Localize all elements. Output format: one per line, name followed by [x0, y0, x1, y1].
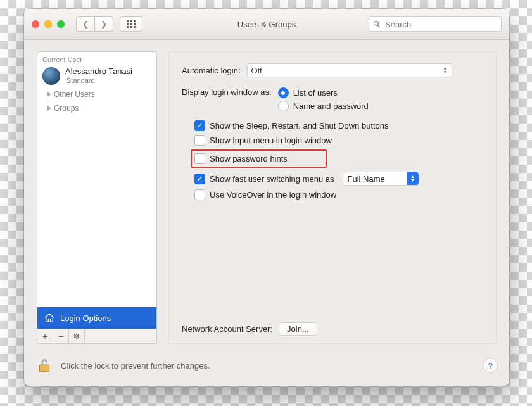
help-button[interactable]: ?: [483, 358, 498, 373]
highlight-annotation: Show password hints: [191, 149, 327, 168]
checkbox-icon: [194, 135, 205, 146]
sidebar-item-groups[interactable]: Groups: [37, 101, 156, 115]
svg-rect-2: [134, 20, 136, 22]
stepper-icon: ▲▼: [443, 67, 448, 74]
current-user-row[interactable]: Alessandro Tanasi Standard: [37, 65, 156, 87]
automatic-login-select[interactable]: Off ▲▼: [247, 63, 452, 77]
sidebar-item-label: Login Options: [60, 314, 111, 323]
remove-user-button[interactable]: −: [53, 329, 69, 343]
automatic-login-label: Automatic login:: [182, 66, 241, 75]
avatar: [42, 67, 60, 85]
svg-rect-5: [134, 23, 136, 25]
sidebar-item-login-options[interactable]: Login Options: [37, 307, 156, 329]
zoom-window[interactable]: [57, 20, 65, 28]
close-window[interactable]: [32, 20, 39, 28]
search-icon: [373, 20, 381, 28]
select-value: Off: [251, 66, 262, 75]
svg-rect-8: [134, 26, 136, 28]
forward-button[interactable]: ❯: [95, 16, 113, 32]
user-full-name: Alessandro Tanasi: [65, 67, 132, 77]
checkbox-icon: [194, 120, 205, 131]
radio-list-of-users[interactable]: List of users: [278, 87, 369, 98]
window-footer: Click the lock to prevent further change…: [24, 350, 509, 386]
select-value: Full Name: [348, 174, 385, 184]
lock-message: Click the lock to prevent further change…: [61, 361, 210, 371]
preferences-window: ❮ ❯ Users & Groups Current User: [24, 9, 509, 386]
radio-label: List of users: [293, 88, 338, 98]
checkbox-sleep-restart[interactable]: Show the Sleep, Restart, and Shut Down b…: [194, 120, 483, 131]
svg-rect-4: [130, 23, 132, 25]
stepper-icon: ▲▼: [407, 172, 419, 185]
checkbox-label: Show the Sleep, Restart, and Shut Down b…: [210, 121, 389, 130]
fast-switch-select[interactable]: Full Name ▲▼: [343, 172, 419, 186]
svg-rect-7: [130, 26, 132, 28]
sidebar-header-current: Current User: [37, 52, 156, 65]
network-server-label: Network Account Server:: [182, 324, 272, 334]
radio-icon: [278, 87, 289, 98]
checkbox-fast-user-switching[interactable]: Show fast user switching menu as Full Na…: [194, 172, 483, 186]
user-actions-button[interactable]: ✻: [69, 329, 85, 343]
checkbox-label: Use VoiceOver in the login window: [210, 190, 336, 200]
window-controls: [32, 20, 65, 28]
search-field[interactable]: [369, 16, 502, 32]
checkbox-input-menu[interactable]: Show Input menu in login window: [194, 135, 483, 146]
lock-open-icon: [36, 357, 53, 374]
checkbox-icon: [194, 174, 205, 184]
search-input[interactable]: [384, 19, 497, 30]
back-button[interactable]: ❮: [76, 16, 95, 32]
join-button[interactable]: Join...: [279, 322, 317, 336]
checkbox-icon: [194, 153, 205, 164]
add-user-button[interactable]: +: [37, 329, 53, 343]
radio-name-password[interactable]: Name and password: [278, 101, 369, 111]
checkbox-label: Show password hints: [210, 154, 288, 163]
svg-rect-1: [130, 20, 132, 22]
sidebar-item-label: Other Users: [54, 90, 95, 99]
sidebar-toolbar: + − ✻: [37, 329, 156, 343]
checkbox-label: Show fast user switching menu as: [210, 174, 334, 184]
grid-icon: [127, 20, 136, 28]
checkbox-label: Show Input menu in login window: [210, 136, 332, 145]
sidebar-item-label: Groups: [54, 104, 79, 113]
checkbox-icon: [194, 189, 205, 200]
nav-buttons: ❮ ❯: [76, 16, 113, 32]
titlebar: ❮ ❯ Users & Groups: [24, 9, 509, 40]
chevron-right-icon: [48, 92, 51, 97]
user-role: Standard: [65, 77, 132, 85]
radio-icon: [278, 101, 289, 111]
checkbox-voiceover[interactable]: Use VoiceOver in the login window: [194, 189, 483, 200]
window-body: Current User Alessandro Tanasi Standard …: [24, 40, 509, 350]
checkbox-password-hints[interactable]: Show password hints: [194, 153, 288, 164]
home-icon: [44, 312, 55, 324]
chevron-right-icon: [48, 106, 51, 111]
display-login-label: Display login window as:: [182, 87, 272, 97]
svg-rect-0: [127, 20, 129, 22]
minimize-window[interactable]: [44, 20, 52, 28]
svg-rect-6: [127, 26, 129, 28]
svg-rect-3: [127, 23, 129, 25]
lock-button[interactable]: [35, 357, 53, 374]
settings-panel: Automatic login: Off ▲▼ Display login wi…: [168, 51, 497, 344]
show-all-button[interactable]: [120, 16, 142, 32]
users-sidebar: Current User Alessandro Tanasi Standard …: [37, 51, 157, 344]
radio-label: Name and password: [293, 101, 369, 111]
sidebar-item-other-users[interactable]: Other Users: [37, 87, 156, 101]
